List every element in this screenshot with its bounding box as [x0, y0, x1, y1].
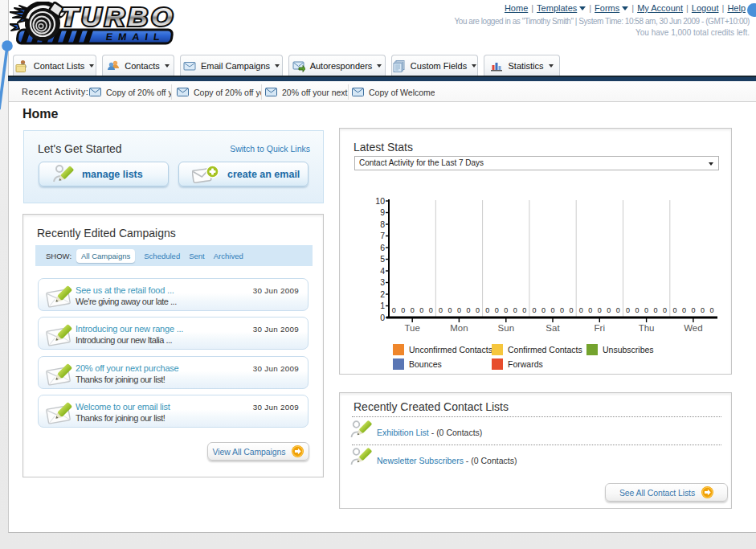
svg-text:Mon: Mon	[450, 323, 468, 333]
svg-text:0: 0	[672, 306, 676, 314]
svg-text:0: 0	[644, 306, 648, 314]
svg-text:0: 0	[495, 306, 499, 314]
svg-text:0: 0	[504, 306, 508, 314]
svg-text:Wed: Wed	[684, 323, 702, 333]
svg-text:6: 6	[380, 243, 385, 252]
svg-text:0: 0	[654, 306, 658, 314]
svg-text:Fri: Fri	[595, 323, 605, 333]
svg-text:8: 8	[380, 219, 385, 229]
svg-text:0: 0	[392, 306, 396, 314]
svg-text:0: 0	[522, 306, 526, 314]
svg-text:0: 0	[579, 306, 583, 314]
svg-text:Tue: Tue	[405, 323, 420, 333]
svg-text:5: 5	[380, 254, 385, 264]
svg-text:0: 0	[663, 306, 667, 314]
svg-text:0: 0	[598, 306, 602, 314]
svg-text:0: 0	[411, 306, 415, 314]
svg-text:7: 7	[380, 231, 385, 240]
svg-text:0: 0	[541, 306, 546, 314]
svg-text:TURBO: TURBO	[61, 3, 176, 31]
svg-text:2: 2	[380, 289, 385, 299]
svg-text:0: 0	[709, 306, 713, 314]
svg-text:0: 0	[401, 306, 405, 314]
svg-text:0: 0	[513, 306, 517, 314]
svg-text:0: 0	[682, 306, 686, 314]
svg-text:0: 0	[532, 306, 536, 314]
svg-text:0: 0	[635, 306, 640, 314]
svg-text:0: 0	[607, 306, 611, 314]
svg-text:0: 0	[550, 306, 554, 314]
svg-text:EMAIL: EMAIL	[105, 31, 166, 43]
svg-text:0: 0	[447, 306, 452, 314]
svg-text:9: 9	[380, 207, 385, 217]
svg-text:0: 0	[588, 306, 592, 314]
svg-text:0: 0	[485, 306, 489, 314]
svg-text:0: 0	[701, 306, 705, 314]
svg-text:Thu: Thu	[639, 323, 655, 333]
svg-text:1: 1	[380, 301, 385, 310]
svg-text:0: 0	[419, 306, 423, 314]
svg-text:Sat: Sat	[546, 323, 560, 333]
svg-text:0: 0	[457, 306, 461, 314]
svg-text:3: 3	[380, 277, 385, 287]
svg-text:0: 0	[616, 306, 620, 314]
svg-text:0: 0	[626, 306, 630, 314]
svg-text:0: 0	[560, 306, 564, 314]
svg-text:0: 0	[569, 306, 573, 314]
svg-text:0: 0	[439, 306, 443, 314]
svg-text:0: 0	[476, 306, 480, 314]
svg-text:4: 4	[380, 266, 385, 276]
svg-text:Sun: Sun	[498, 323, 514, 333]
svg-text:0: 0	[429, 306, 433, 314]
svg-text:0: 0	[691, 306, 695, 314]
svg-text:10: 10	[375, 196, 385, 206]
svg-text:0: 0	[380, 313, 385, 322]
svg-text:0: 0	[466, 306, 470, 314]
